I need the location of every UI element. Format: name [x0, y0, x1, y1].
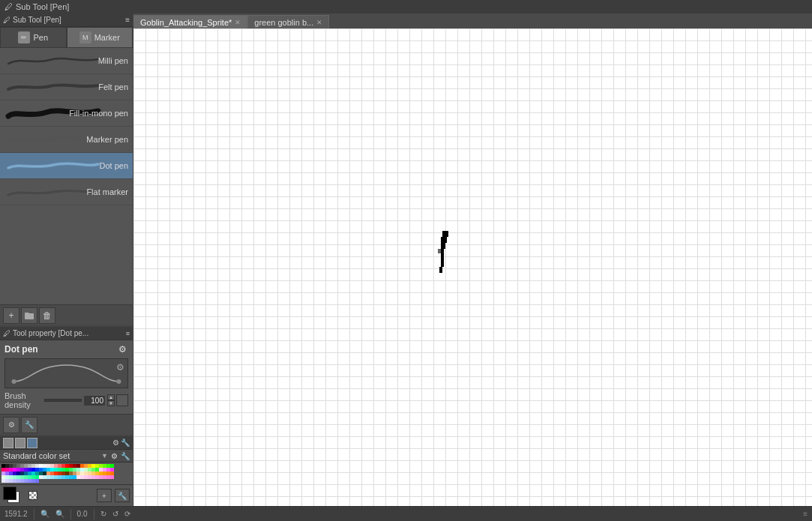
- status-zoom-out[interactable]: 🔍: [55, 510, 64, 518]
- brush-item-milli[interactable]: Milli pen: [0, 48, 133, 74]
- tool-property-footer: ⚙ 🔧: [0, 414, 133, 435]
- color-action-btn-2[interactable]: 🔧: [115, 489, 130, 502]
- svg-point-1: [12, 379, 16, 384]
- color-panel: ⚙ 🔧 Standard color set ▼ ⚙ 🔧 + 🔧: [0, 435, 133, 506]
- color-panel-wrench-icon[interactable]: 🔧: [121, 439, 130, 447]
- tool-property-header: 🖊 Tool property [Dot pe... ≡: [0, 327, 133, 340]
- color-action-btn-1[interactable]: +: [97, 489, 112, 502]
- tab-close-1[interactable]: ✕: [316, 19, 322, 26]
- brush-curve-display: ⚙: [4, 358, 128, 388]
- subtool-panel-icon: 🖊: [3, 16, 10, 24]
- subtool-icon: 🖊: [4, 2, 13, 11]
- tool-wrench-btn[interactable]: 🔧: [21, 417, 37, 433]
- status-reset[interactable]: ⟳: [124, 510, 130, 518]
- tool-name-row: Dot pen ⚙: [4, 343, 128, 355]
- status-coordinates: 1591.2: [4, 510, 28, 518]
- brush-item-flat[interactable]: Flat marker: [0, 179, 133, 205]
- color-icon-palette[interactable]: [3, 438, 13, 448]
- svg-rect-7: [441, 249, 444, 261]
- svg-rect-8: [441, 261, 444, 267]
- status-sep-3: [94, 509, 94, 520]
- brush-label-dot: Dot pen: [99, 161, 128, 170]
- brush-stroke-dot-svg: [4, 159, 102, 172]
- brush-stroke-felt-svg: [4, 80, 102, 94]
- density-input[interactable]: [83, 395, 106, 406]
- fg-color-swatch[interactable]: [3, 487, 16, 500]
- brush-toolbar: + 🗑: [0, 304, 133, 325]
- tab-bar: Goblin_Attacking_Sprite* ✕ green goblin …: [133, 13, 812, 28]
- brush-item-fillin[interactable]: Fill-in-mono pen: [0, 100, 133, 127]
- density-spin-down[interactable]: ▼: [107, 400, 115, 406]
- folder-brush-button[interactable]: [21, 307, 37, 324]
- color-set-settings-icon[interactable]: ⚙: [111, 452, 118, 460]
- color-panel-bottom: + 🔧: [0, 484, 133, 506]
- fg-bg-color-group: [3, 487, 24, 505]
- color-set-row: Standard color set ▼ ⚙ 🔧: [0, 450, 133, 463]
- delete-brush-button[interactable]: 🗑: [39, 307, 55, 324]
- svg-rect-9: [439, 267, 442, 273]
- subtool-header: 🖊 Sub Tool [Pen] ≡: [0, 13, 133, 27]
- density-square-btn[interactable]: [116, 394, 128, 406]
- subtool-expand-icon[interactable]: ≡: [125, 16, 130, 24]
- color-icon-sliders[interactable]: [15, 438, 25, 448]
- color-icon-grid[interactable]: [27, 438, 37, 448]
- zoom-out-icon: 🔍: [55, 510, 64, 518]
- svg-rect-3: [442, 231, 448, 237]
- title-bar-label: Sub Tool [Pen]: [16, 2, 69, 11]
- svg-rect-4: [441, 237, 447, 243]
- svg-rect-6: [438, 249, 441, 253]
- tool-name-label: Dot pen: [4, 344, 38, 355]
- brush-item-dot[interactable]: Dot pen: [0, 153, 133, 179]
- marker-tab-label: Marker: [94, 33, 120, 42]
- brush-label-fillin: Fill-in-mono pen: [69, 109, 128, 118]
- pen-tab[interactable]: ✏ Pen: [0, 27, 67, 48]
- density-value-group: ▲ ▼: [44, 394, 128, 406]
- svg-point-2: [117, 379, 121, 384]
- color-grid: [1, 464, 131, 483]
- title-bar: 🖊 Sub Tool [Pen]: [0, 0, 812, 13]
- color-header-tabs: [3, 438, 58, 448]
- brush-list: Milli pen Felt pen Fill-in-mono pen: [0, 48, 133, 304]
- pen-marker-tabs: ✏ Pen M Marker: [0, 27, 133, 48]
- pixel-art-svg: [433, 231, 456, 298]
- tool-property-expand-icon[interactable]: ≡: [126, 330, 130, 337]
- svg-rect-0: [25, 313, 34, 319]
- color-set-wrench-icon[interactable]: 🔧: [121, 452, 130, 460]
- tool-settings-icon[interactable]: ⚙: [116, 343, 128, 355]
- tool-settings-btn[interactable]: ⚙: [3, 417, 19, 433]
- status-sep-1: [34, 509, 34, 520]
- canvas-area[interactable]: [133, 28, 812, 506]
- tab-goblin-attacking[interactable]: Goblin_Attacking_Sprite* ✕: [133, 15, 247, 28]
- color-swatch-119[interactable]: [110, 475, 114, 479]
- status-zoom-in[interactable]: 🔍: [40, 510, 49, 518]
- transparent-color-swatch[interactable]: [28, 491, 37, 500]
- brush-stroke-milli-svg: [4, 54, 102, 67]
- brush-item-marker[interactable]: Marker pen: [0, 127, 133, 153]
- canvas-grid: [133, 28, 812, 506]
- density-spin-up[interactable]: ▲: [107, 394, 115, 400]
- add-brush-button[interactable]: +: [3, 307, 19, 324]
- brush-label-milli: Milli pen: [98, 56, 128, 65]
- color-panel-header: ⚙ 🔧: [0, 436, 133, 450]
- left-panel: 🖊 Sub Tool [Pen] ≡ ✏ Pen M Marker Milli …: [0, 13, 133, 506]
- tool-property-icon: 🖊: [3, 329, 10, 337]
- zoom-in-icon: 🔍: [40, 510, 49, 518]
- color-panel-settings-icon[interactable]: ⚙: [112, 439, 119, 447]
- brush-label-flat: Flat marker: [86, 187, 128, 196]
- color-swatch-129[interactable]: [35, 479, 39, 483]
- brush-item-felt[interactable]: Felt pen: [0, 74, 133, 100]
- marker-tab[interactable]: M Marker: [67, 27, 133, 48]
- brush-settings-icon[interactable]: ⚙: [116, 362, 124, 373]
- status-xy-value: 0.0: [77, 510, 88, 518]
- status-right-icons: ≡: [803, 510, 808, 518]
- tab-close-0[interactable]: ✕: [235, 19, 241, 26]
- marker-tab-icon: M: [79, 31, 91, 43]
- density-slider[interactable]: [44, 399, 82, 402]
- brush-curve-svg: [5, 359, 127, 388]
- color-set-dropdown-arrow[interactable]: ▼: [101, 452, 108, 460]
- tab-green-goblin[interactable]: green goblin b... ✕: [247, 15, 329, 28]
- tool-property-panel: 🖊 Tool property [Dot pe... ≡ Dot pen ⚙ ⚙: [0, 325, 133, 435]
- subtool-header-label: Sub Tool [Pen]: [13, 16, 61, 24]
- status-rotate-cw[interactable]: ↻: [100, 510, 106, 518]
- status-rotate-ccw[interactable]: ↺: [112, 510, 118, 518]
